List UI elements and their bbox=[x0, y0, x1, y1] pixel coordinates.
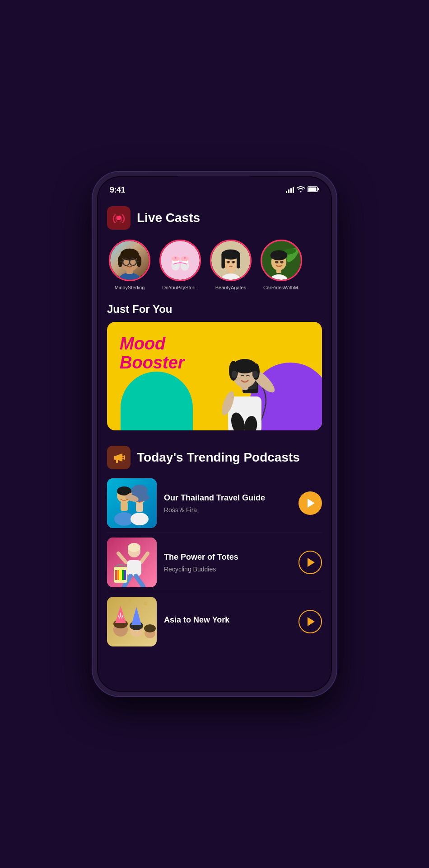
svg-rect-31 bbox=[221, 254, 224, 269]
podcast-title-2: The Power of Totes bbox=[164, 552, 291, 562]
svg-point-37 bbox=[228, 261, 229, 263]
avatar-label-3: BeautyAgates bbox=[215, 285, 247, 290]
signal-icon bbox=[286, 187, 294, 193]
svg-point-77 bbox=[131, 513, 149, 525]
podcast-title-1: Our Thailand Travel Guide bbox=[164, 493, 291, 503]
just-for-you-title: Just For You bbox=[107, 303, 322, 316]
svg-point-9 bbox=[120, 249, 139, 260]
svg-point-65 bbox=[122, 456, 125, 459]
podcast-item-2[interactable]: The Power of Totes Recycling Buddies bbox=[107, 533, 322, 592]
podcast-list: Our Thailand Travel Guide Ross & Fira bbox=[97, 474, 332, 651]
svg-point-82 bbox=[128, 543, 140, 552]
svg-point-24 bbox=[175, 257, 177, 259]
svg-rect-60 bbox=[232, 371, 237, 378]
avatar-label-4: CarRidesWithM. bbox=[263, 285, 299, 290]
svg-point-99 bbox=[128, 599, 131, 602]
podcast-info-1: Our Thailand Travel Guide Ross & Fira bbox=[164, 493, 291, 513]
play-icon-3 bbox=[308, 617, 315, 626]
mood-text: Mood Booster bbox=[120, 335, 185, 373]
svg-rect-90 bbox=[117, 570, 119, 580]
mood-booster-text: Mood Booster bbox=[120, 335, 185, 373]
podcast-info-2: The Power of Totes Recycling Buddies bbox=[164, 552, 291, 572]
svg-point-38 bbox=[233, 261, 234, 263]
svg-rect-76 bbox=[136, 503, 143, 512]
live-casts-header: Live Casts bbox=[97, 198, 332, 236]
battery-icon bbox=[308, 186, 319, 193]
just-for-you-section: Just For You Mood Booster bbox=[97, 299, 332, 438]
trending-icon bbox=[107, 446, 131, 469]
svg-rect-32 bbox=[237, 254, 240, 269]
podcast-item-3[interactable]: Asia to New York bbox=[107, 592, 322, 651]
svg-point-96 bbox=[144, 602, 147, 605]
avatar-ring-3[interactable] bbox=[210, 240, 252, 281]
avatar-label-2: DoYouPityStori.. bbox=[162, 285, 198, 290]
teal-shape bbox=[121, 372, 193, 430]
status-time: 9:41 bbox=[110, 185, 125, 195]
avatar-ring-4[interactable] bbox=[261, 240, 302, 281]
svg-rect-93 bbox=[124, 570, 126, 580]
podcast-author-1: Ross & Fira bbox=[164, 506, 291, 514]
live-avatar-item[interactable]: MindySterling bbox=[107, 240, 152, 290]
svg-point-95 bbox=[114, 604, 118, 608]
mood-booster-banner[interactable]: Mood Booster bbox=[107, 322, 322, 430]
svg-rect-71 bbox=[121, 502, 128, 511]
svg-point-47 bbox=[275, 261, 278, 264]
play-button-2[interactable] bbox=[298, 551, 322, 574]
svg-rect-91 bbox=[120, 570, 121, 580]
podcast-thumb-3 bbox=[107, 597, 157, 646]
podcast-thumb-1 bbox=[107, 478, 157, 528]
svg-rect-89 bbox=[115, 570, 117, 580]
svg-point-17 bbox=[161, 241, 200, 280]
svg-point-97 bbox=[110, 623, 113, 625]
status-icons bbox=[286, 186, 319, 194]
live-casts-title: Live Casts bbox=[137, 211, 200, 225]
wifi-icon bbox=[297, 186, 305, 194]
podcast-author-2: Recycling Buddies bbox=[164, 566, 291, 573]
svg-rect-64 bbox=[116, 459, 118, 463]
podcast-info-3: Asia to New York bbox=[164, 615, 291, 628]
svg-rect-92 bbox=[122, 570, 124, 580]
live-avatar-item[interactable]: CarRidesWithM. bbox=[259, 240, 304, 290]
play-icon-1 bbox=[308, 499, 315, 508]
svg-point-46 bbox=[270, 250, 287, 260]
svg-point-25 bbox=[184, 257, 186, 259]
svg-rect-61 bbox=[252, 371, 258, 378]
svg-rect-85 bbox=[127, 560, 141, 576]
podcast-item-1[interactable]: Our Thailand Travel Guide Ross & Fira bbox=[107, 474, 322, 533]
phone-frame: 9:41 bbox=[93, 172, 336, 696]
avatar-ring-2[interactable] bbox=[159, 240, 201, 281]
svg-rect-2 bbox=[318, 188, 319, 190]
live-casts-icon bbox=[107, 206, 131, 230]
svg-point-110 bbox=[144, 624, 156, 632]
live-avatars-list[interactable]: MindySterling bbox=[97, 236, 332, 299]
trending-header: Today's Trending Podcasts bbox=[97, 438, 332, 474]
live-avatar-item[interactable]: BeautyAgates bbox=[208, 240, 253, 290]
mood-person-illustration bbox=[193, 331, 301, 430]
avatar-label-1: MindySterling bbox=[115, 285, 145, 290]
svg-rect-1 bbox=[308, 188, 317, 191]
avatar-ring-1[interactable] bbox=[109, 240, 150, 281]
play-button-1[interactable] bbox=[298, 491, 322, 515]
podcast-thumb-2 bbox=[107, 538, 157, 587]
play-icon-2 bbox=[308, 558, 315, 567]
play-button-3[interactable] bbox=[298, 610, 322, 633]
trending-title: Today's Trending Podcasts bbox=[137, 450, 300, 465]
podcast-title-3: Asia to New York bbox=[164, 615, 291, 625]
svg-point-48 bbox=[280, 261, 283, 264]
live-avatar-item[interactable]: DoYouPityStori.. bbox=[158, 240, 203, 290]
main-content[interactable]: Live Casts bbox=[97, 198, 332, 692]
notch bbox=[178, 176, 251, 190]
